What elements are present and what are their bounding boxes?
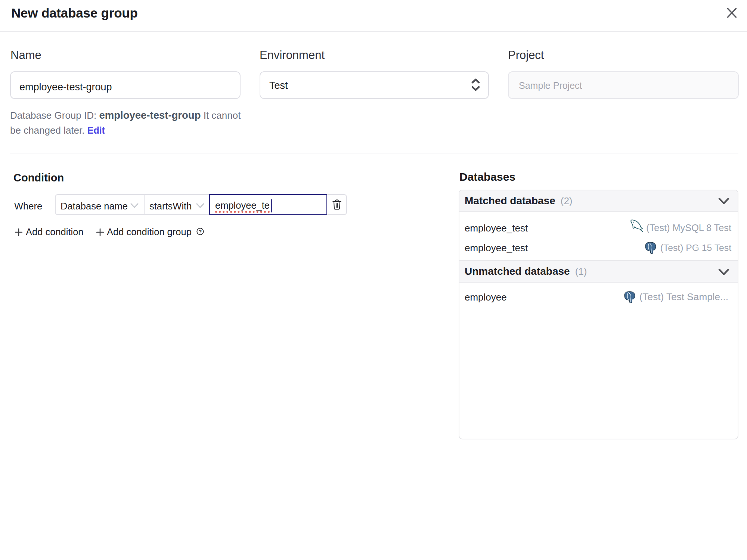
svg-text:?: ?	[199, 229, 202, 234]
